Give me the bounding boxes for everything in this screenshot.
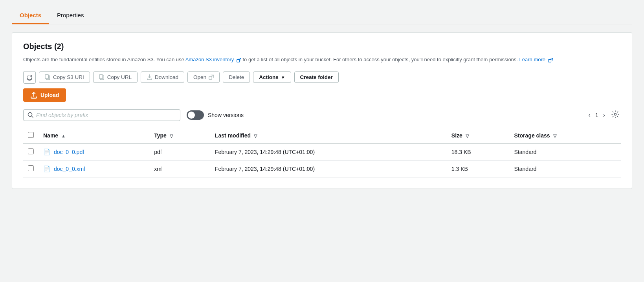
page-wrapper: Objects Properties Objects (2) Objects a… bbox=[0, 0, 644, 197]
select-all-header[interactable] bbox=[23, 128, 39, 143]
col-header-last-modified[interactable]: Last modified ▽ bbox=[210, 128, 447, 143]
search-versions-row: Show versions ‹ 1 › bbox=[23, 109, 621, 122]
col-name-label: Name bbox=[43, 132, 58, 139]
page-number: 1 bbox=[595, 112, 598, 118]
open-button[interactable]: Open bbox=[187, 71, 220, 83]
delete-button[interactable]: Delete bbox=[223, 71, 250, 83]
delete-label: Delete bbox=[229, 74, 244, 80]
copy-url-button[interactable]: Copy URL bbox=[93, 71, 138, 83]
prev-page-button[interactable]: ‹ bbox=[587, 110, 592, 120]
col-last-modified-label: Last modified bbox=[215, 132, 251, 139]
last-modified-sort-icon: ▽ bbox=[254, 134, 257, 139]
tab-properties[interactable]: Properties bbox=[49, 8, 92, 24]
create-folder-button[interactable]: Create folder bbox=[294, 71, 339, 83]
copy-s3-uri-label: Copy S3 URI bbox=[53, 74, 84, 80]
file-icon-1: 📄 bbox=[43, 165, 51, 172]
table-row: 📄 doc_0_0.pdf pdf February 7, 2023, 14:2… bbox=[23, 143, 621, 161]
desc-middle: to get a list of all objects in your buc… bbox=[242, 57, 519, 62]
size-sort-icon: ▽ bbox=[466, 134, 469, 139]
copy-icon-s3 bbox=[45, 74, 51, 80]
table-body: 📄 doc_0_0.pdf pdf February 7, 2023, 14:2… bbox=[23, 143, 621, 178]
download-icon bbox=[147, 74, 152, 80]
row-checkbox-cell-0[interactable] bbox=[23, 143, 39, 161]
pagination-right: ‹ 1 › bbox=[587, 109, 621, 122]
versions-toggle: Show versions bbox=[187, 110, 244, 120]
col-storage-class-label: Storage class bbox=[514, 132, 550, 139]
svg-point-9 bbox=[615, 113, 616, 115]
storage-class-sort-icon: ▽ bbox=[553, 134, 556, 139]
external-link-icon-1 bbox=[237, 58, 241, 62]
col-type-label: Type bbox=[154, 132, 167, 139]
table-row: 📄 doc_0_0.xml xml February 7, 2023, 14:2… bbox=[23, 160, 621, 177]
desc-prefix: Objects are the fundamental entities sto… bbox=[23, 57, 185, 62]
file-name-1: doc_0_0.xml bbox=[54, 166, 85, 172]
show-versions-toggle[interactable] bbox=[187, 110, 204, 120]
table-header-row: Name ▲ Type ▽ Last modified ▽ Size ▽ bbox=[23, 128, 621, 143]
upload-row: Upload bbox=[23, 88, 621, 102]
copy-url-label: Copy URL bbox=[107, 74, 132, 80]
refresh-icon bbox=[26, 74, 33, 81]
row-checkbox-1[interactable] bbox=[28, 165, 34, 171]
row-name-0: 📄 doc_0_0.pdf bbox=[39, 143, 149, 161]
col-header-name[interactable]: Name ▲ bbox=[39, 128, 149, 143]
tab-objects[interactable]: Objects bbox=[12, 8, 49, 24]
create-folder-label: Create folder bbox=[300, 74, 333, 80]
search-icon bbox=[28, 112, 34, 118]
row-storage-class-1: Standard bbox=[510, 160, 621, 177]
row-last-modified-0: February 7, 2023, 14:29:48 (UTC+01:00) bbox=[210, 143, 447, 161]
external-link-icon-2 bbox=[548, 58, 553, 62]
gear-icon bbox=[611, 110, 619, 118]
actions-button[interactable]: Actions ▼ bbox=[253, 71, 291, 83]
col-header-size[interactable]: Size ▽ bbox=[447, 128, 510, 143]
file-icon-0: 📄 bbox=[43, 148, 51, 156]
col-header-storage-class[interactable]: Storage class ▽ bbox=[510, 128, 621, 143]
copy-icon-url bbox=[99, 74, 105, 80]
row-size-1: 1.3 KB bbox=[447, 160, 510, 177]
download-button[interactable]: Download bbox=[141, 71, 184, 83]
row-type-0: pdf bbox=[149, 143, 210, 161]
card-title: Objects (2) bbox=[23, 42, 621, 51]
toolbar: Copy S3 URI Copy URL Download Open bbox=[23, 71, 621, 84]
next-page-button[interactable]: › bbox=[602, 110, 607, 120]
type-sort-icon: ▽ bbox=[170, 134, 173, 139]
file-name-0: doc_0_0.pdf bbox=[54, 149, 84, 155]
objects-table: Name ▲ Type ▽ Last modified ▽ Size ▽ bbox=[23, 128, 621, 178]
row-last-modified-1: February 7, 2023, 14:29:48 (UTC+01:00) bbox=[210, 160, 447, 177]
row-size-0: 18.3 KB bbox=[447, 143, 510, 161]
card-description: Objects are the fundamental entities sto… bbox=[23, 56, 573, 64]
refresh-button[interactable] bbox=[23, 71, 36, 84]
main-card: Objects (2) Objects are the fundamental … bbox=[12, 32, 632, 189]
svg-rect-5 bbox=[99, 75, 103, 79]
chevron-down-icon: ▼ bbox=[281, 75, 285, 80]
name-sort-asc-icon: ▲ bbox=[61, 134, 66, 138]
learn-more-link[interactable]: Learn more bbox=[519, 57, 545, 62]
row-storage-class-0: Standard bbox=[510, 143, 621, 161]
row-type-1: xml bbox=[149, 160, 210, 177]
row-checkbox-cell-1[interactable] bbox=[23, 160, 39, 177]
show-versions-label: Show versions bbox=[208, 112, 244, 118]
search-box[interactable] bbox=[23, 109, 180, 121]
svg-line-8 bbox=[32, 116, 33, 118]
search-left: Show versions bbox=[23, 109, 244, 121]
actions-label: Actions bbox=[259, 74, 279, 80]
table-settings-button[interactable] bbox=[610, 109, 621, 122]
open-label: Open bbox=[193, 74, 206, 80]
svg-rect-3 bbox=[45, 75, 48, 79]
col-header-type[interactable]: Type ▽ bbox=[149, 128, 210, 143]
upload-icon bbox=[30, 92, 37, 99]
copy-s3-uri-button[interactable]: Copy S3 URI bbox=[39, 71, 90, 83]
row-name-1: 📄 doc_0_0.xml bbox=[39, 160, 149, 177]
download-label: Download bbox=[155, 74, 178, 80]
row-checkbox-0[interactable] bbox=[28, 148, 34, 154]
upload-label: Upload bbox=[40, 92, 59, 98]
col-size-label: Size bbox=[451, 132, 462, 139]
tabs-bar: Objects Properties bbox=[12, 8, 632, 24]
file-link-0[interactable]: 📄 doc_0_0.pdf bbox=[43, 148, 145, 156]
file-link-1[interactable]: 📄 doc_0_0.xml bbox=[43, 165, 145, 172]
upload-button[interactable]: Upload bbox=[23, 88, 66, 102]
open-external-icon bbox=[209, 75, 214, 80]
search-input[interactable] bbox=[36, 112, 176, 118]
select-all-checkbox[interactable] bbox=[28, 132, 34, 138]
s3-inventory-link[interactable]: Amazon S3 inventory bbox=[185, 57, 234, 62]
